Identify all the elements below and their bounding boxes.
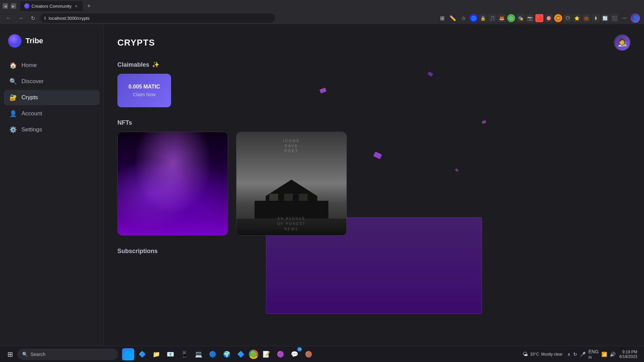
taskbar-search-icon: 🔍 — [22, 352, 28, 357]
ext-12[interactable]: ⭐ — [573, 14, 581, 22]
lock-icon: ℹ — [44, 16, 46, 20]
nft-text-top: ICONS — [236, 139, 346, 143]
ext-16[interactable]: ⬛ — [610, 14, 619, 22]
settings-icon: ⚙️ — [9, 126, 17, 133]
more-button[interactable]: ··· — [620, 13, 629, 23]
back-button[interactable]: ← — [4, 13, 13, 23]
taskbar-clock[interactable]: 9:19 PM 6/18/2023 — [617, 350, 640, 359]
new-tab-button[interactable]: + — [84, 1, 94, 11]
taskbar-app-whatsapp[interactable]: 💬 29 — [288, 348, 301, 360]
taskbar-app-chrome[interactable]: 🟢 — [249, 350, 258, 359]
taskbar-app-explorer[interactable]: 📁 — [150, 348, 162, 360]
sidebar-item-settings-label: Settings — [21, 126, 42, 133]
nft-text-mid2: POET — [236, 149, 346, 153]
taskbar-app-app5[interactable]: 📱 — [178, 348, 191, 360]
ext-1[interactable]: 🌐 — [470, 14, 478, 22]
taskbar-app-browser2[interactable]: 🌍 — [221, 348, 233, 360]
tab-title: Creators Community — [32, 4, 71, 9]
taskbar-app-vscode[interactable]: 🔷 — [235, 348, 247, 360]
refresh-button[interactable]: ↻ — [28, 13, 38, 23]
taskbar-app-notes[interactable]: 📝 — [260, 348, 272, 360]
sidebar-item-crypts[interactable]: 🔐 Crypts — [4, 90, 100, 105]
taskbar-app-app7[interactable]: 🔵 — [207, 348, 219, 360]
taskbar-search-label: Search — [31, 352, 45, 357]
ext-11[interactable]: 🛡 — [564, 14, 572, 22]
nft-image-2: ICONS SAVE POET AN AVENUEOF HONESTNEWS — [236, 132, 346, 235]
tab-bar: ◀ ▶ Creators Community ✕ + — [0, 0, 644, 12]
sidebar-item-settings[interactable]: ⚙️ Settings — [4, 122, 100, 137]
time-display: 9:19 PM — [622, 350, 637, 354]
ext-3[interactable]: 🎵 — [488, 14, 496, 22]
taskbar-app-app12[interactable]: 🟤 — [303, 348, 315, 360]
sidebar-item-account[interactable]: 👤 Account — [4, 106, 100, 121]
forward-button[interactable]: → — [16, 13, 25, 23]
tab-close-button[interactable]: ✕ — [73, 3, 79, 9]
star-icon[interactable]: ☆ — [459, 13, 468, 23]
browser-chrome: ◀ ▶ Creators Community ✕ + ← → ↻ ℹ local… — [0, 0, 644, 24]
profile-icon[interactable]: 👤 — [631, 13, 640, 23]
logo-text: Tribe — [25, 37, 43, 45]
taskbar-app-bing[interactable]: 🔷 — [136, 348, 148, 360]
taskbar-system-area: 🌤 33°C Mostly clear ∧ ↻ 🎤 ENG IN 📶 🔊 9:1… — [519, 349, 640, 360]
sidebar-item-crypts-label: Crypts — [21, 94, 38, 101]
nft-card-2[interactable]: ICONS SAVE POET AN AVENUEOF HONESTNEWS — [236, 132, 347, 236]
ext-7[interactable]: 📷 — [526, 14, 534, 22]
tab-control-back[interactable]: ◀ — [3, 3, 8, 9]
pen-icon[interactable]: ✏️ — [448, 13, 458, 23]
weather-desc: Mostly clear — [541, 352, 562, 357]
url-text: localhost:3000/crypts — [49, 16, 90, 21]
nav-bar: ← → ↻ ℹ localhost:3000/crypts ⊞ ✏️ ☆ 🌐 🔒… — [0, 12, 644, 24]
chevron-up-icon[interactable]: ∧ — [567, 352, 571, 357]
wifi-icon[interactable]: 📶 — [601, 352, 607, 357]
sidebar-item-discover[interactable]: 🔍 Discover — [4, 74, 100, 89]
ext-5[interactable]: G — [507, 14, 515, 22]
ext-8[interactable]: 🔴 — [535, 14, 543, 22]
taskbar: ⊞ 🔍 Search 🌐 🔷 📁 📧 📱 💻 🔵 🌍 🔷 🟢 📝 🟣 💬 29 … — [0, 346, 644, 362]
taskbar-app-social[interactable]: 🟣 — [274, 348, 286, 360]
nft-card-1[interactable] — [117, 132, 228, 236]
nft-shapes — [117, 132, 228, 236]
ext-4[interactable]: 🦊 — [498, 14, 506, 22]
speaker-icon[interactable]: 🔊 — [610, 352, 615, 357]
reload-icon[interactable]: ↻ — [573, 352, 577, 357]
main-content: CRYPTS 🧑‍🎨 Claimables ✨ 0.005 MATIC Clai… — [104, 24, 644, 346]
taskbar-search-box[interactable]: 🔍 Search — [17, 349, 118, 360]
taskbar-app-edge[interactable]: 🌐 — [122, 348, 134, 360]
sidebar-logo: Tribe — [0, 31, 104, 58]
home-icon: 🏠 — [9, 62, 17, 69]
mic-icon[interactable]: 🎤 — [580, 352, 586, 357]
ext-13[interactable]: 💼 — [582, 14, 590, 22]
notification-badge: 29 — [297, 347, 302, 352]
ext-10[interactable]: 🦁 — [554, 14, 562, 22]
system-tray-icons: ∧ ↻ 🎤 ENG IN 📶 🔊 — [567, 349, 615, 360]
ext-2[interactable]: 🔒 — [479, 14, 487, 22]
sidebar-item-home[interactable]: 🏠 Home — [4, 58, 100, 73]
sidebar-item-account-label: Account — [21, 110, 42, 117]
taskbar-apps: 🌐 🔷 📁 📧 📱 💻 🔵 🌍 🔷 🟢 📝 🟣 💬 29 🟤 — [122, 348, 315, 360]
toolbar-icons: ⊞ ✏️ ☆ 🌐 🔒 🎵 🦊 G 🎭 📷 🔴 🎯 🦁 🛡 ⭐ 💼 ⬇ 🔄 ⬛ ·… — [437, 13, 640, 23]
ext-14[interactable]: ⬇ — [592, 14, 600, 22]
sidebar-item-discover-label: Discover — [21, 78, 44, 85]
tab-control-forward[interactable]: ▶ — [11, 3, 16, 9]
ext-15[interactable]: 🔄 — [601, 14, 609, 22]
extensions-icon[interactable]: ⊞ — [437, 13, 447, 23]
weather-temp: 33°C — [530, 352, 539, 357]
account-icon: 👤 — [9, 110, 17, 117]
address-bar[interactable]: ℹ localhost:3000/crypts — [40, 13, 275, 23]
taskbar-weather[interactable]: 🌤 33°C Mostly clear — [519, 351, 566, 357]
sidebar-nav: 🏠 Home 🔍 Discover 🔐 Crypts 👤 Account ⚙️ … — [0, 58, 104, 137]
sidebar-item-home-label: Home — [21, 62, 37, 69]
sidebar: Tribe 🏠 Home 🔍 Discover 🔐 Crypts 👤 Accou… — [0, 24, 104, 346]
nft-house-shape — [255, 175, 328, 222]
start-button[interactable]: ⊞ — [4, 348, 16, 360]
tab-favicon — [24, 3, 30, 9]
nft-text-mid: SAVE — [236, 144, 346, 148]
taskbar-app-gmail[interactable]: 📧 — [164, 348, 176, 360]
active-tab[interactable]: Creators Community ✕ — [20, 1, 83, 11]
ext-6[interactable]: 🎭 — [517, 14, 525, 22]
ext-9[interactable]: 🎯 — [545, 14, 553, 22]
lang-label[interactable]: ENG IN — [588, 349, 598, 360]
tab-controls: ◀ ▶ — [3, 3, 16, 9]
discover-icon: 🔍 — [9, 78, 17, 85]
taskbar-app-terminal[interactable]: 💻 — [193, 348, 205, 360]
